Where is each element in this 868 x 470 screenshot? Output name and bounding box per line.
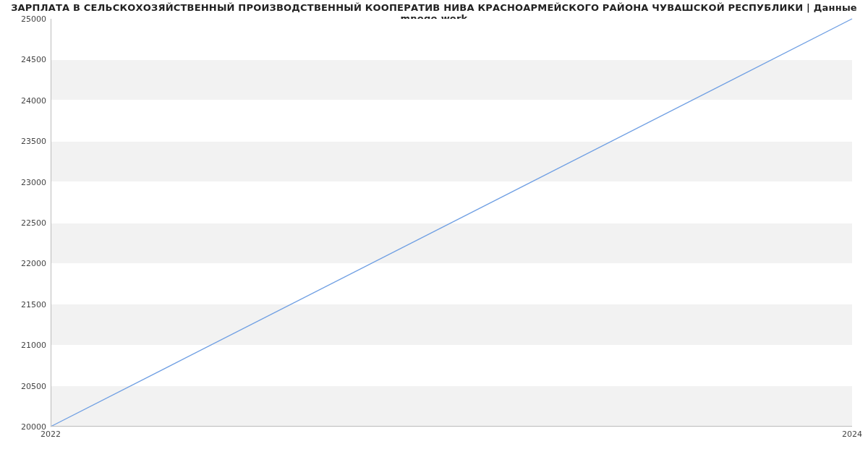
y-tick-label: 21500 xyxy=(3,299,46,309)
y-tick-label: 24500 xyxy=(3,55,46,64)
y-tick-label: 24000 xyxy=(3,95,46,105)
plot-area xyxy=(51,19,852,427)
y-tick-label: 22500 xyxy=(3,218,46,228)
y-tick-label: 22000 xyxy=(3,259,46,268)
y-tick-label: 23500 xyxy=(3,137,46,146)
line-layer xyxy=(51,19,852,427)
axis-x-spine xyxy=(51,426,852,427)
chart-container: ЗАРПЛАТА В СЕЛЬСКОХОЗЯЙСТВЕННЫЙ ПРОИЗВОД… xyxy=(0,0,868,470)
axis-y-spine xyxy=(51,19,51,427)
y-tick-label: 25000 xyxy=(3,14,46,24)
x-tick-label: 2024 xyxy=(842,430,862,439)
y-tick-label: 20000 xyxy=(3,422,46,432)
x-tick-label: 2022 xyxy=(41,430,61,439)
y-tick-label: 21000 xyxy=(3,341,46,350)
y-tick-label: 20500 xyxy=(3,381,46,390)
y-tick-label: 23000 xyxy=(3,177,46,187)
salary-line xyxy=(51,19,852,427)
